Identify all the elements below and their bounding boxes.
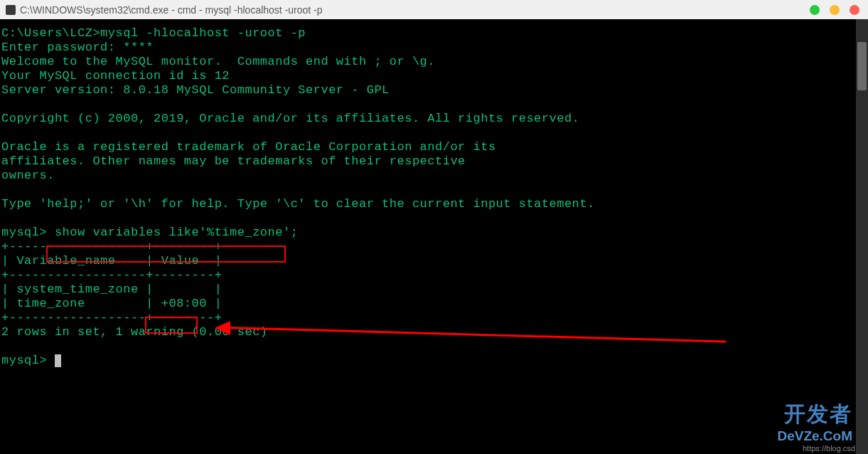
window-title: C:\WINDOWS\system32\cmd.exe - cmd - mysq… [20, 4, 323, 16]
scrollbar-thumb[interactable] [857, 42, 867, 90]
mysql-prompt-1: mysql> [1, 226, 55, 239]
terminal-cursor [55, 354, 61, 367]
mysql-prompt-2: mysql> [1, 354, 55, 367]
watermark-chinese: 开发者 [784, 400, 852, 429]
server-version-line: Server version: 8.0.18 MySQL Community S… [1, 83, 390, 97]
password-line: Enter password: **** [1, 41, 154, 54]
vertical-scrollbar[interactable] [856, 19, 868, 454]
table-row-2-var: | time_zone | [1, 297, 161, 310]
table-border: +------------------+--------+ [1, 240, 222, 253]
table-header: | Variable_name | Value | [1, 254, 222, 268]
table-border: +------------------+--------+ [1, 268, 222, 282]
minimize-button[interactable] [810, 5, 820, 15]
trademark-line-2: affiliates. Other names may be trademark… [1, 154, 466, 168]
welcome-line: Welcome to the MySQL monitor. Commands e… [1, 55, 435, 68]
close-button[interactable] [850, 5, 859, 15]
watermark-english: DeVZe.CoM [777, 428, 852, 444]
table-border: +------------------+--------+ [1, 311, 222, 324]
watermark-url: https://blog.csd [803, 444, 855, 453]
trademark-line-3: owners. [1, 169, 55, 182]
trademark-line-1: Oracle is a registered trademark of Orac… [1, 140, 496, 154]
cmd-icon [6, 5, 16, 15]
copyright-line: Copyright (c) 2000, 2019, Oracle and/or … [1, 112, 579, 125]
sql-command: show variables like'%time_zone'; [55, 226, 298, 239]
cmd-prompt-line: C:\Users\LCZ>mysql -hlocalhost -uroot -p [1, 26, 306, 40]
table-row-1: | system_time_zone | | [1, 283, 222, 296]
help-line: Type 'help;' or '\h' for help. Type '\c'… [1, 197, 595, 211]
connection-id-line: Your MySQL connection id is 12 [1, 69, 230, 83]
table-row-2-value: +08:00 [161, 297, 207, 310]
window-controls [810, 5, 859, 15]
maximize-button[interactable] [830, 5, 840, 15]
result-line: 2 rows in set, 1 warning (0.00 sec) [1, 325, 268, 339]
terminal-output[interactable]: C:\Users\LCZ>mysql -hlocalhost -uroot -p… [0, 19, 868, 454]
window-titlebar: C:\WINDOWS\system32\cmd.exe - cmd - mysq… [0, 0, 868, 19]
